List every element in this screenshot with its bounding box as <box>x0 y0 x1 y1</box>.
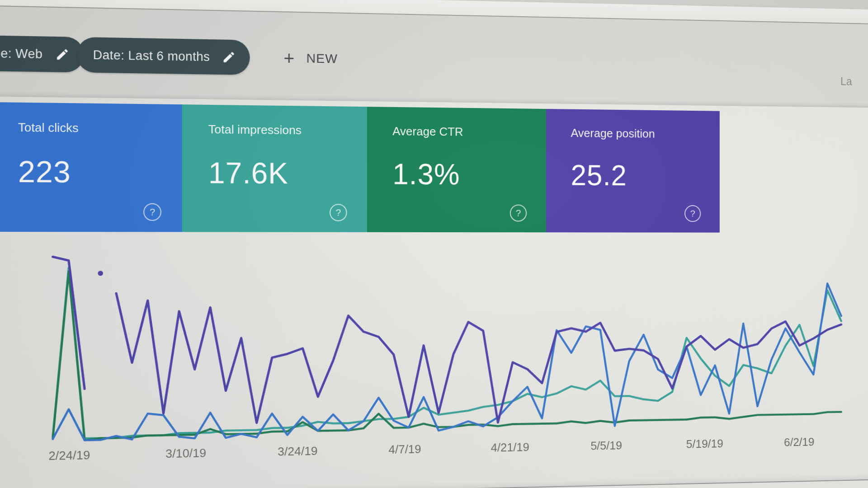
metric-card-average-position[interactable]: Average position 25.2 ? <box>546 109 720 233</box>
series-line-total-impressions <box>53 266 841 439</box>
truncated-right-text: La <box>840 75 852 88</box>
metric-label: Average position <box>571 126 720 141</box>
metric-value: 17.6K <box>208 156 367 191</box>
series-point-marker <box>98 271 103 276</box>
x-tick-label: 5/5/19 <box>590 439 622 453</box>
new-filter-button[interactable]: + NEW <box>283 45 338 72</box>
help-icon[interactable]: ? <box>330 204 347 221</box>
filter-chip-date[interactable]: Date: Last 6 months <box>77 37 250 75</box>
help-icon[interactable]: ? <box>684 205 701 222</box>
filter-chip-search-type-label: type: Web <box>0 46 42 61</box>
edit-pencil-icon[interactable] <box>222 50 236 64</box>
x-tick-label: 4/7/19 <box>388 442 421 457</box>
metric-value: 1.3% <box>392 157 546 192</box>
performance-panel: Total clicks 223 ? Total impressions 17.… <box>0 96 868 488</box>
performance-chart-canvas <box>48 246 845 443</box>
photographed-screen: type: Web Date: Last 6 months + NEW La T… <box>0 0 849 488</box>
metric-value: 25.2 <box>571 159 720 192</box>
metric-value: 223 <box>18 155 182 190</box>
plus-icon: + <box>283 49 294 67</box>
new-filter-label: NEW <box>307 51 338 66</box>
series-line-average-ctr <box>53 270 841 441</box>
metric-label: Total clicks <box>18 120 182 136</box>
filter-chip-date-label: Date: Last 6 months <box>93 48 210 64</box>
performance-chart <box>48 246 845 443</box>
x-tick-label: 4/21/19 <box>491 440 529 455</box>
x-tick-label: 5/19/19 <box>686 437 723 451</box>
metric-card-total-impressions[interactable]: Total impressions 17.6K ? <box>182 104 367 232</box>
x-tick-label: 3/24/19 <box>278 444 317 459</box>
edit-pencil-icon[interactable] <box>55 47 70 62</box>
x-tick-label: 6/2/19 <box>784 435 814 449</box>
metric-card-total-clicks[interactable]: Total clicks 223 ? <box>0 102 182 232</box>
help-icon[interactable]: ? <box>143 203 161 221</box>
metric-label: Total impressions <box>208 122 367 138</box>
metric-card-average-ctr[interactable]: Average CTR 1.3% ? <box>367 107 546 232</box>
help-icon[interactable]: ? <box>510 205 527 222</box>
metrics-row: Total clicks 223 ? Total impressions 17.… <box>0 102 720 233</box>
x-tick-label: 2/24/19 <box>48 448 90 463</box>
metric-label: Average CTR <box>392 124 546 140</box>
filter-chip-search-type[interactable]: type: Web <box>0 34 84 72</box>
x-tick-label: 3/10/19 <box>165 446 206 461</box>
